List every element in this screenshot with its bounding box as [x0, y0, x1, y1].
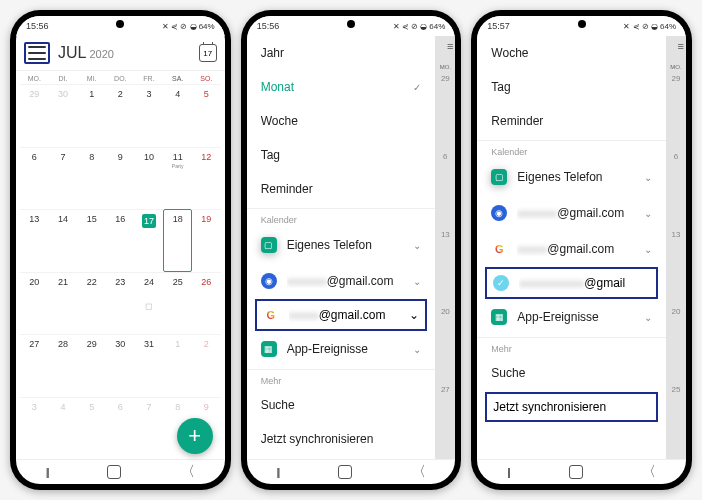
nav-recent[interactable]: |||: [46, 467, 48, 478]
calendar-day-cell[interactable]: 7: [135, 397, 164, 460]
chevron-down-icon: ⌄: [409, 308, 419, 322]
calendar-day-cell[interactable]: 5: [77, 397, 106, 460]
drawer-item-woche[interactable]: Woche: [247, 104, 436, 138]
check-icon: ✓: [413, 82, 421, 93]
calendar-day-cell[interactable]: 17: [135, 209, 164, 272]
month-title[interactable]: JUL2020: [58, 44, 191, 62]
highlight-hamburger: [24, 42, 50, 64]
calendar-day-cell[interactable]: 11Party: [163, 147, 192, 210]
calendar-day-cell[interactable]: 3: [135, 84, 164, 147]
drawer-section-kalender: Kalender: [247, 208, 436, 227]
status-time: 15:56: [26, 21, 49, 31]
highlight-google-account[interactable]: xxxxxx@gmail.com ⌄: [255, 299, 428, 331]
chevron-down-icon: ⌄: [413, 276, 421, 287]
nav-bar: ||| 〈: [247, 459, 456, 484]
calendar-eigenes-telefon[interactable]: ▢ Eigenes Telefon ⌄: [247, 227, 436, 263]
calendar-eigenes-telefon[interactable]: ▢ Eigenes Telefon ⌄: [477, 159, 666, 195]
nav-home[interactable]: [569, 465, 583, 479]
calendar-day-cell[interactable]: 25: [163, 272, 192, 335]
calendar-day-cell[interactable]: 13: [20, 209, 49, 272]
drawer-item-jahr[interactable]: Jahr: [247, 36, 436, 70]
screen-1: 15:56 ✕ ⋞ ⊘ ◒ 64% JUL2020 17 MO.DI.MI.DO…: [16, 16, 225, 484]
calendar-day-cell[interactable]: 7: [49, 147, 78, 210]
calendar-app-ereignisse[interactable]: ▦ App-Ereignisse ⌄: [477, 299, 666, 335]
nav-recent[interactable]: |||: [276, 467, 278, 478]
calendar-day-cell[interactable]: 22: [77, 272, 106, 335]
calendar-day-cell[interactable]: 4: [49, 397, 78, 460]
highlight-sync-now[interactable]: Jetzt synchronisieren: [485, 392, 658, 422]
calendar-day-cell[interactable]: 9: [106, 147, 135, 210]
drawer-item-reminder[interactable]: Reminder: [247, 172, 436, 206]
calendar-day-cell[interactable]: 6: [106, 397, 135, 460]
nav-recent[interactable]: |||: [507, 467, 509, 478]
calendar-day-cell[interactable]: 21: [49, 272, 78, 335]
drawer: Woche Tag Reminder Kalender ▢ Eigenes Te…: [477, 36, 666, 459]
calendar-day-cell[interactable]: 16: [106, 209, 135, 272]
google-icon: [491, 241, 507, 257]
drawer-section-mehr: Mehr: [477, 337, 666, 356]
calendar-day-cell[interactable]: 24◻: [135, 272, 164, 335]
phone-calendar-icon: ▢: [261, 237, 277, 253]
chevron-down-icon: ⌄: [413, 344, 421, 355]
calendar-day-cell[interactable]: 14: [49, 209, 78, 272]
calendar-day-cell[interactable]: 4: [163, 84, 192, 147]
camera-notch: [578, 20, 586, 28]
calendar-day-cell[interactable]: 30: [49, 84, 78, 147]
calendar-account-1[interactable]: ◉ xxxxxxxx@gmail.com ⌄: [247, 263, 436, 299]
drawer-item-suche[interactable]: Suche: [247, 388, 436, 422]
chevron-down-icon: ⌄: [644, 208, 652, 219]
calendar-day-cell[interactable]: 8: [77, 147, 106, 210]
calendar-day-cell[interactable]: 2: [192, 334, 221, 397]
background-column: ≡ MO. 29 6 13 20 25: [666, 36, 686, 459]
highlight-selected-calendar[interactable]: ✓ xxxxxxxxxxxxx@gmail: [485, 267, 658, 299]
calendar-day-cell[interactable]: 27: [20, 334, 49, 397]
calendar-grid[interactable]: 29301234567891011Party121314151617181920…: [16, 84, 225, 459]
phone-2: 15:56 ✕ ⋞ ⊘ ◒ 64% Jahr Monat✓ Woche Tag …: [241, 10, 462, 490]
nav-back[interactable]: 〈: [412, 463, 426, 481]
calendar-day-cell[interactable]: 18: [163, 209, 192, 272]
calendar-day-cell[interactable]: 1: [77, 84, 106, 147]
calendar-day-cell[interactable]: 31: [135, 334, 164, 397]
status-icons: ✕ ⋞ ⊘ ◒ 64%: [623, 22, 676, 31]
hamburger-icon[interactable]: [26, 44, 48, 62]
calendar-app-ereignisse[interactable]: ▦ App-Ereignisse ⌄: [247, 331, 436, 367]
hamburger-behind-icon: ≡: [435, 36, 455, 56]
calendar-day-cell[interactable]: 26: [192, 272, 221, 335]
calendar-day-cell[interactable]: 12: [192, 147, 221, 210]
calendar-day-cell[interactable]: 6: [20, 147, 49, 210]
drawer: Jahr Monat✓ Woche Tag Reminder Kalender …: [247, 36, 436, 459]
drawer-section-kalender: Kalender: [477, 140, 666, 159]
calendar-day-cell[interactable]: 15: [77, 209, 106, 272]
drawer-item-reminder[interactable]: Reminder: [477, 104, 666, 138]
calendar-day-cell[interactable]: 3: [20, 397, 49, 460]
calendar-day-cell[interactable]: 29: [20, 84, 49, 147]
calendar-day-cell[interactable]: 19: [192, 209, 221, 272]
status-icons: ✕ ⋞ ⊘ ◒ 64%: [162, 22, 215, 31]
calendar-day-cell[interactable]: 23: [106, 272, 135, 335]
calendar-google-account[interactable]: xxxxxx@gmail.com ⌄: [477, 231, 666, 267]
nav-home[interactable]: [338, 465, 352, 479]
calendar-day-cell[interactable]: 1: [163, 334, 192, 397]
calendar-day-cell[interactable]: 29: [77, 334, 106, 397]
calendar-day-cell[interactable]: 2: [106, 84, 135, 147]
status-time: 15:56: [257, 21, 280, 31]
calendar-account-1[interactable]: ◉ xxxxxxxx@gmail.com ⌄: [477, 195, 666, 231]
camera-notch: [347, 20, 355, 28]
drawer-item-sync[interactable]: Jetzt synchronisieren: [247, 422, 436, 456]
calendar-day-cell[interactable]: 5: [192, 84, 221, 147]
drawer-item-suche[interactable]: Suche: [477, 356, 666, 390]
nav-back[interactable]: 〈: [181, 463, 195, 481]
drawer-item-woche[interactable]: Woche: [477, 36, 666, 70]
drawer-item-tag[interactable]: Tag: [247, 138, 436, 172]
status-time: 15:57: [487, 21, 510, 31]
calendar-day-cell[interactable]: 28: [49, 334, 78, 397]
calendar-day-cell[interactable]: 10: [135, 147, 164, 210]
nav-back[interactable]: 〈: [642, 463, 656, 481]
drawer-item-monat[interactable]: Monat✓: [247, 70, 436, 104]
today-icon[interactable]: 17: [199, 44, 217, 62]
add-event-fab[interactable]: +: [177, 418, 213, 454]
nav-home[interactable]: [107, 465, 121, 479]
drawer-item-tag[interactable]: Tag: [477, 70, 666, 104]
calendar-day-cell[interactable]: 30: [106, 334, 135, 397]
calendar-day-cell[interactable]: 20: [20, 272, 49, 335]
